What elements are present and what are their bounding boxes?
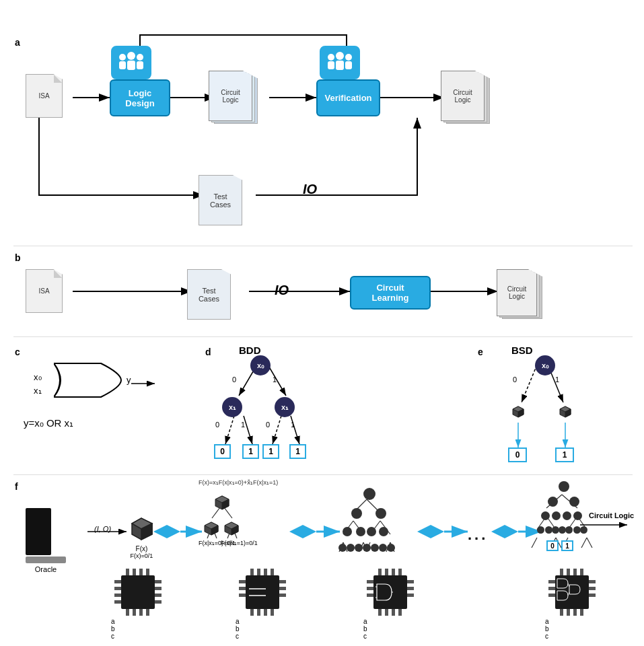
logic-design-box[interactable]: Logic Design [110,79,170,116]
svg-rect-125 [264,609,267,616]
io-arrow-label: (I, O) [94,525,111,533]
svg-rect-157 [580,569,583,575]
svg-rect-151 [589,580,596,583]
svg-rect-111 [146,609,149,616]
svg-rect-121 [264,569,267,575]
bsd-cube-left [509,402,527,420]
section-b-label: b [15,252,21,263]
isa-label-a: ISA [38,92,49,100]
svg-marker-26 [289,525,316,538]
people-icon-verification [320,46,360,79]
bsd-1-edge: 1 [555,375,559,384]
svg-line-14 [268,365,286,396]
logic-design-label: Logic Design [125,88,154,108]
bsd-0-edge: 0 [513,375,517,384]
svg-line-17 [273,416,281,444]
svg-rect-117 [279,587,286,590]
svg-rect-99 [114,600,121,604]
dots-label: ... [468,526,488,544]
svg-rect-119 [250,569,254,575]
fx-val-label: F(x)=0/1 [127,552,157,559]
svg-point-63 [119,54,126,61]
svg-rect-74 [345,61,352,69]
bsd-x0-node: x₀ [535,355,555,375]
bdd-term-0-1: 0 [214,444,231,459]
svg-rect-72 [336,61,344,70]
equation-c: y=x₀ OR x₁ [24,417,73,429]
svg-rect-159 [567,609,570,616]
bdd-x1-left-node: x₁ [222,397,242,417]
svg-rect-129 [373,575,407,609]
chip3: abc [363,565,417,640]
bdd-0-rl: 0 [266,421,270,429]
test-cases-label-b: Test Cases [199,287,219,303]
svg-text:y: y [127,375,131,385]
svg-rect-161 [580,609,583,616]
bdd-1-lr: 1 [241,421,245,429]
bsd-term-1: 1 [555,447,574,462]
test-cases-doc-b: Test Cases [187,269,231,320]
io-label-a: IO [303,182,317,197]
svg-rect-106 [139,569,143,575]
separator-cf [13,474,633,475]
isa-doc-a: ISA [26,74,63,118]
svg-rect-96 [114,580,121,583]
svg-rect-122 [271,569,274,575]
svg-line-57 [532,538,537,548]
svg-rect-66 [127,61,135,70]
section-d-label: d [205,347,211,357]
chip2: abc [236,565,289,640]
svg-rect-133 [407,580,414,583]
svg-rect-138 [392,569,395,575]
bdd-term-1-1: 1 [242,444,259,459]
test-cases-label-a: Test Cases [210,192,231,209]
separator-ab [13,246,633,246]
svg-point-71 [336,52,344,60]
svg-rect-139 [398,569,402,575]
svg-point-65 [127,52,135,60]
svg-rect-108 [126,609,129,616]
bsd-title: BSD [511,345,533,356]
svg-rect-126 [271,609,274,616]
svg-rect-110 [139,609,143,616]
svg-rect-130 [367,580,373,583]
svg-rect-156 [573,569,577,575]
svg-rect-160 [573,609,577,616]
x1-label-c: x₁ [34,386,42,396]
svg-rect-141 [385,609,388,616]
circuit-logic-out-label-b: Circuit Logic [507,285,526,300]
svg-rect-64 [119,61,126,69]
svg-rect-140 [378,609,382,616]
bdd-0-edge-left: 0 [232,375,236,384]
svg-rect-155 [567,569,570,575]
svg-rect-107 [146,569,149,575]
svg-rect-112 [246,575,279,609]
section-e-label: e [478,347,483,357]
svg-rect-152 [589,587,596,590]
svg-point-67 [137,54,143,61]
bsd-term-0: 0 [508,447,527,462]
svg-rect-105 [133,569,136,575]
verification-box[interactable]: Verification [316,79,380,116]
svg-rect-149 [548,587,555,590]
svg-rect-97 [114,587,121,590]
x0-label-c: x₀ [34,372,42,382]
svg-rect-153 [589,594,596,597]
chip4: abc [545,565,599,640]
bdd-term-1-3: 1 [289,444,306,459]
svg-rect-148 [548,580,555,583]
circuit-learning-box[interactable]: Circuit Learning [350,276,431,310]
svg-rect-100 [155,580,162,583]
circuit-learning-label: Circuit Learning [372,283,409,303]
section-a-label: a [15,37,20,48]
svg-line-19 [522,365,537,402]
oracle-label: Oracle [26,565,66,573]
svg-rect-136 [378,569,382,575]
svg-rect-147 [555,575,589,609]
bdd-title: BDD [239,345,261,356]
bdd-1-edge-right: 1 [273,375,277,384]
svg-rect-95 [121,575,155,609]
svg-rect-113 [239,580,246,583]
svg-marker-28 [417,525,444,538]
svg-rect-154 [560,569,563,575]
